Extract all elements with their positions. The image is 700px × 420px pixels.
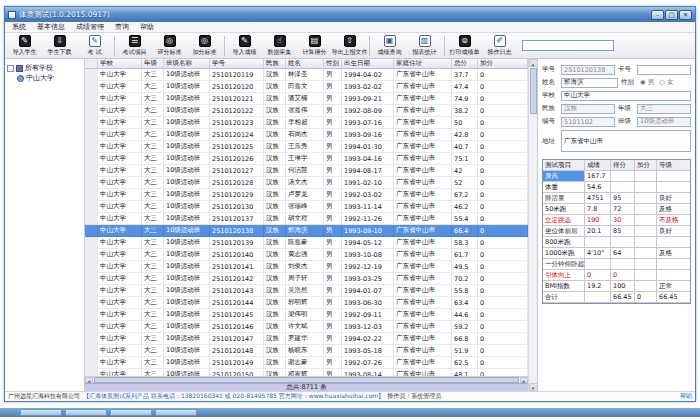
taskbar-item[interactable] [155, 409, 197, 416]
table-row[interactable]: 中山大学大三10级运动班2510120138汉族郑海滨男1993-09-10广东… [85, 225, 528, 237]
table-row[interactable]: 中山大学大三10级运动班2510120137汉族胡文程男1992-11-26广东… [85, 213, 528, 225]
table-row[interactable]: 中山大学大三10级运动班2510120126汉族王琳宇男1993-04-16广东… [85, 153, 528, 165]
table-row[interactable]: 中山大学大三10级运动班2510120123汉族李相超男1993-07-16广东… [85, 117, 528, 129]
school-field[interactable] [561, 91, 691, 101]
results-row[interactable]: 身高167.7 [543, 171, 690, 182]
table-row[interactable]: 中山大学大三10级运动班2510120142汉族周子轩男1993-03-25广东… [85, 273, 528, 285]
status-help-link[interactable]: 帮助 [680, 392, 692, 401]
column-header[interactable]: 姓名 [286, 59, 324, 68]
results-row[interactable]: 立定跳远19030不及格 [543, 215, 690, 226]
column-header[interactable]: 班级名称 [164, 59, 210, 68]
table-row[interactable]: 中山大学大三10级运动班2510120121汉族潘艾楠男1993-09-21广东… [85, 93, 528, 105]
taskbar-item[interactable] [65, 409, 107, 416]
row-selector-cell[interactable] [85, 165, 98, 177]
column-header[interactable]: 家庭住址 [394, 59, 452, 68]
student-id-field[interactable] [561, 65, 615, 75]
results-row[interactable]: 一分钟仰卧起坐 [543, 259, 690, 270]
row-selector-cell[interactable] [85, 93, 98, 105]
table-row[interactable]: 中山大学大三10级运动班2510120140汉族黄志强男1993-10-08广东… [85, 249, 528, 261]
row-selector-cell[interactable] [85, 237, 98, 249]
table-row[interactable]: 中山大学大三10级运动班2510120130汉族张瑞峰男1993-11-14广东… [85, 201, 528, 213]
student-download-button[interactable]: ⇩学生下载 [42, 35, 77, 57]
row-selector-cell[interactable] [85, 309, 98, 321]
minimize-button[interactable]: – [651, 10, 664, 20]
card-no-field[interactable] [637, 65, 691, 75]
import-student-button[interactable]: ✎导入学生 [7, 35, 42, 57]
table-row[interactable]: 中山大学大三10级运动班2510120119汉族林泽圣男1994-04-02广东… [85, 69, 528, 81]
row-selector-cell[interactable] [85, 69, 98, 81]
tree-expander-icon[interactable]: - [7, 65, 14, 72]
grade-field[interactable] [637, 104, 691, 114]
row-selector-cell[interactable] [85, 273, 98, 285]
row-selector-cell[interactable] [85, 345, 98, 357]
vertical-scrollbar[interactable]: ▴ ▾ [528, 59, 537, 391]
number-field[interactable] [561, 117, 615, 127]
ethnicity-field[interactable] [561, 104, 615, 114]
column-header[interactable]: 民族 [264, 59, 286, 68]
score-query-button[interactable]: ▣成绩查询 [372, 35, 407, 57]
vertical-scroll-thumb[interactable] [530, 68, 537, 114]
table-row[interactable]: 中山大学大三10级运动班2510120148汉族杨晓东男1993-05-18广东… [85, 345, 528, 357]
row-selector-cell[interactable] [85, 201, 98, 213]
menu-item[interactable]: 查询 [115, 22, 129, 32]
column-header[interactable]: 年级 [142, 59, 164, 68]
score-standard-button[interactable]: ◎评分标准 [152, 35, 187, 57]
table-row[interactable]: 中山大学大三10级运动班2510120122汉族张嘉伟男1992-08-09广东… [85, 105, 528, 117]
row-selector-cell[interactable] [85, 81, 98, 93]
table-row[interactable]: 中山大学大三10级运动班2510120144汉族郭明辉男1993-06-30广东… [85, 297, 528, 309]
table-row[interactable]: 中山大学大三10级运动班2510120127汉族何洁慧男1994-08-17广东… [85, 165, 528, 177]
row-selector-cell[interactable] [85, 261, 98, 273]
operation-log-button[interactable]: ✐操作日志 [482, 35, 517, 57]
table-row[interactable]: 中山大学大三10级运动班2510120141汉族刘俊杰男1992-12-19广东… [85, 261, 528, 273]
taskbar-item[interactable] [110, 409, 152, 416]
class-field[interactable] [637, 117, 691, 127]
table-row[interactable]: 中山大学大三10级运动班2510120147汉族罗建华男1994-02-22广东… [85, 333, 528, 345]
print-transcript-button[interactable]: ⊜打印成绩单 [447, 35, 482, 57]
results-row[interactable]: 肺活量475195良好 [543, 193, 690, 204]
import-score-button[interactable]: ✎导入成绩 [227, 35, 262, 57]
calc-score-button[interactable]: ▤计算得分 [297, 35, 332, 57]
test-items-button[interactable]: ☰考试项目 [117, 35, 152, 57]
row-selector-cell[interactable] [85, 297, 98, 309]
table-row[interactable]: 中山大学大三10级运动班2510120145汉族梁伟明男1992-09-11广东… [85, 309, 528, 321]
row-selector-cell[interactable] [85, 249, 98, 261]
column-header[interactable]: 学号 [210, 59, 264, 68]
tree-item-school[interactable]: 中山大学 [17, 73, 82, 83]
horizontal-scrollbar[interactable]: ◂ ▸ [85, 376, 528, 383]
report-stats-button[interactable]: ▥报表统计 [407, 35, 442, 57]
table-row[interactable]: 中山大学大三10级运动班2510120128汉族汤文杰男1991-02-10广东… [85, 177, 528, 189]
results-row[interactable]: 引体向上00 [543, 270, 690, 281]
maximize-button[interactable]: □ [665, 10, 678, 20]
exam-button[interactable]: ✎考 试 [77, 35, 112, 57]
column-header[interactable]: 加分 [478, 59, 528, 68]
row-selector-cell[interactable] [85, 153, 98, 165]
table-row[interactable]: 中山大学大三10级运动班2510120139汉族陈嘉豪男1994-05-12广东… [85, 237, 528, 249]
gender-male-radio[interactable]: ◉ 男 [640, 78, 654, 87]
column-header[interactable]: 总分 [452, 59, 478, 68]
row-selector-cell[interactable] [85, 213, 98, 225]
results-row[interactable]: 体重54.6 [543, 182, 690, 193]
row-selector-cell[interactable] [85, 177, 98, 189]
toolbar-search-input[interactable] [522, 40, 614, 51]
column-header[interactable]: 学校 [98, 59, 142, 68]
export-report-button[interactable]: ⇧导出上报文件 [332, 35, 367, 57]
results-row[interactable]: 合计66.45066.45 [543, 292, 690, 303]
row-selector-cell[interactable] [85, 129, 98, 141]
taskbar-item[interactable] [20, 409, 62, 416]
table-row[interactable]: 中山大学大三10级运动班2510120124汉族石岗杰男1993-09-16广东… [85, 129, 528, 141]
menu-item[interactable]: 系统 [12, 22, 26, 32]
menu-item[interactable]: 成绩管理 [76, 22, 104, 32]
results-row[interactable]: 坐位体前屈20.185良好 [543, 226, 690, 237]
data-collect-button[interactable]: ☝数据采集 [262, 35, 297, 57]
results-row[interactable]: 50米跑7.872及格 [543, 204, 690, 215]
address-field[interactable] [561, 130, 691, 152]
row-selector-cell[interactable] [85, 105, 98, 117]
menu-item[interactable]: 帮助 [140, 22, 154, 32]
table-row[interactable]: 中山大学大三10级运动班2510120120汉族田嘉文男1993-02-02广东… [85, 81, 528, 93]
table-row[interactable]: 中山大学大三10级运动班2510120129汉族卢梦龙男1992-03-02广东… [85, 189, 528, 201]
row-selector-cell[interactable] [85, 189, 98, 201]
row-selector-cell[interactable] [85, 117, 98, 129]
name-field[interactable] [561, 78, 618, 88]
bonus-standard-button[interactable]: ◎加分标准 [187, 35, 222, 57]
table-row[interactable]: 中山大学大三10级运动班2510120149汉族谢志豪男1992-07-26广东… [85, 357, 528, 369]
